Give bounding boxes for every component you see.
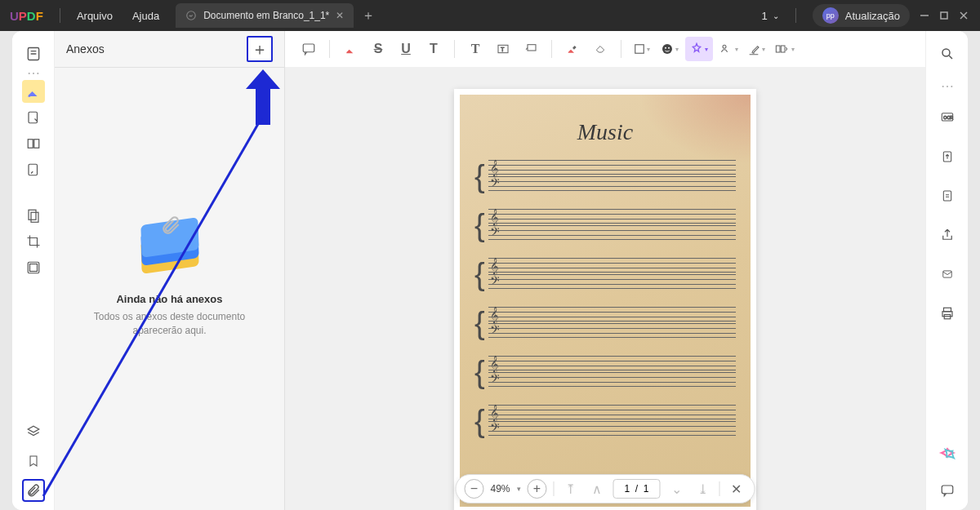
svg-point-21 (662, 44, 672, 54)
ai-icon[interactable] (936, 445, 959, 468)
separator (60, 8, 60, 23)
share-icon[interactable] (936, 224, 959, 246)
next-page-icon[interactable]: ⌄ (667, 479, 687, 499)
attachments-icon[interactable] (22, 479, 45, 502)
svg-rect-12 (29, 210, 36, 220)
zoom-in-button[interactable]: + (528, 479, 547, 499)
rail-pages[interactable] (22, 132, 45, 155)
svg-rect-16 (303, 44, 314, 52)
panel-title: Anexos (66, 42, 105, 55)
svg-rect-15 (29, 264, 37, 272)
rail-ocr[interactable] (22, 204, 45, 227)
textbox-icon[interactable]: T (491, 37, 515, 61)
document-icon (185, 10, 197, 21)
more-tools-icon[interactable]: ▾ (772, 37, 796, 61)
menu-help[interactable]: Ajuda (122, 10, 169, 22)
page-indicator[interactable]: 1 ⌄ (762, 10, 779, 22)
svg-point-22 (665, 47, 666, 49)
svg-rect-2 (941, 12, 947, 19)
rail-collapse[interactable]: ⋯ (22, 69, 45, 77)
zoom-level: 49% (490, 483, 510, 494)
svg-text:OCR: OCR (943, 115, 953, 120)
svg-rect-13 (31, 212, 38, 222)
rail-edit[interactable] (22, 106, 45, 129)
rail-form[interactable] (22, 158, 45, 181)
svg-point-24 (723, 45, 726, 48)
rail-reader[interactable] (22, 42, 45, 65)
separator (795, 8, 796, 23)
first-page-icon[interactable]: ⤒ (561, 479, 581, 499)
sticker-icon[interactable]: ▾ (657, 37, 682, 61)
rail-crop[interactable] (22, 230, 45, 253)
svg-rect-26 (781, 46, 785, 52)
tab-title: Documento em Branco_1_1* (203, 10, 329, 21)
svg-line-28 (949, 55, 952, 59)
stamp-icon[interactable]: ▾ (685, 37, 713, 61)
svg-rect-34 (943, 308, 951, 312)
empty-stack-icon (137, 215, 203, 280)
rail-redact[interactable] (22, 256, 45, 279)
svg-rect-32 (943, 191, 951, 201)
sign-pen-icon[interactable]: ▾ (744, 37, 768, 61)
squiggly-icon[interactable]: T (421, 37, 446, 61)
underline-icon[interactable]: U (394, 37, 418, 61)
close-window-icon[interactable] (959, 11, 969, 20)
minimize-icon[interactable] (920, 11, 929, 20)
compress-icon[interactable] (936, 184, 959, 207)
print-icon[interactable] (936, 302, 959, 325)
svg-rect-37 (942, 486, 953, 494)
rail-collapse-right[interactable]: ⋯ (936, 82, 959, 90)
export-icon[interactable] (936, 145, 959, 168)
rectangle-tool-icon[interactable]: ▾ (630, 37, 654, 61)
comment-icon[interactable] (296, 37, 321, 61)
zoom-dropdown-icon[interactable]: ▾ (517, 485, 521, 493)
rail-highlight[interactable] (22, 80, 45, 103)
close-pager-icon[interactable]: ✕ (727, 479, 746, 499)
email-icon[interactable] (936, 263, 959, 286)
chevron-down-icon: ⌄ (773, 11, 779, 20)
svg-point-0 (187, 11, 196, 20)
svg-rect-33 (942, 271, 951, 277)
search-icon[interactable] (936, 42, 959, 65)
svg-text:T: T (501, 47, 504, 52)
text-tool-icon[interactable]: T (463, 37, 488, 61)
chat-icon[interactable] (936, 479, 959, 502)
callout-icon[interactable] (519, 37, 543, 61)
svg-rect-9 (28, 140, 33, 149)
layers-icon[interactable] (22, 420, 45, 443)
add-tab-button[interactable]: ＋ (362, 7, 375, 24)
ocr-icon[interactable]: OCR (936, 106, 959, 129)
avatar: pp (822, 7, 839, 24)
svg-point-27 (942, 49, 950, 56)
svg-rect-19 (528, 45, 536, 51)
svg-rect-20 (635, 45, 644, 54)
document-page[interactable]: Music {𝄞𝄢 {𝄞𝄢 {𝄞𝄢 {𝄞𝄢 {𝄞𝄢 {𝄞𝄢 (454, 89, 756, 510)
add-attachment-button[interactable]: ＋ (247, 36, 273, 62)
zoom-out-button[interactable]: − (464, 479, 483, 499)
highlight-tool-icon[interactable] (338, 37, 363, 61)
last-page-icon[interactable]: ⤓ (693, 479, 713, 499)
svg-rect-11 (29, 164, 38, 175)
empty-subtitle: Todos os anexos deste documento aparecer… (55, 310, 284, 338)
close-icon[interactable]: ✕ (336, 10, 344, 21)
update-label: Atualização (845, 10, 900, 22)
app-logo: UPDF (0, 9, 53, 23)
prev-page-icon[interactable]: ∧ (587, 479, 607, 499)
signature-icon[interactable]: ▾ (716, 37, 741, 61)
svg-rect-8 (29, 112, 38, 123)
document-tab[interactable]: Documento em Branco_1_1* ✕ (176, 3, 354, 28)
maximize-icon[interactable] (939, 11, 949, 20)
svg-rect-25 (776, 46, 780, 52)
menu-file[interactable]: Arquivo (67, 10, 122, 22)
strikethrough-icon[interactable]: S (366, 37, 390, 61)
empty-title: Ainda não há anexos (116, 293, 222, 305)
page-input[interactable] (613, 479, 661, 499)
eraser-icon[interactable] (588, 37, 612, 61)
bookmark-icon[interactable] (22, 450, 45, 472)
pager-bar: − 49% ▾ + ⤒ ∧ ⌄ ⤓ ✕ (455, 474, 755, 503)
pencil-icon[interactable] (560, 37, 585, 61)
user-update-badge[interactable]: pp Atualização (813, 4, 910, 27)
svg-point-23 (668, 47, 670, 49)
svg-rect-10 (33, 140, 38, 149)
